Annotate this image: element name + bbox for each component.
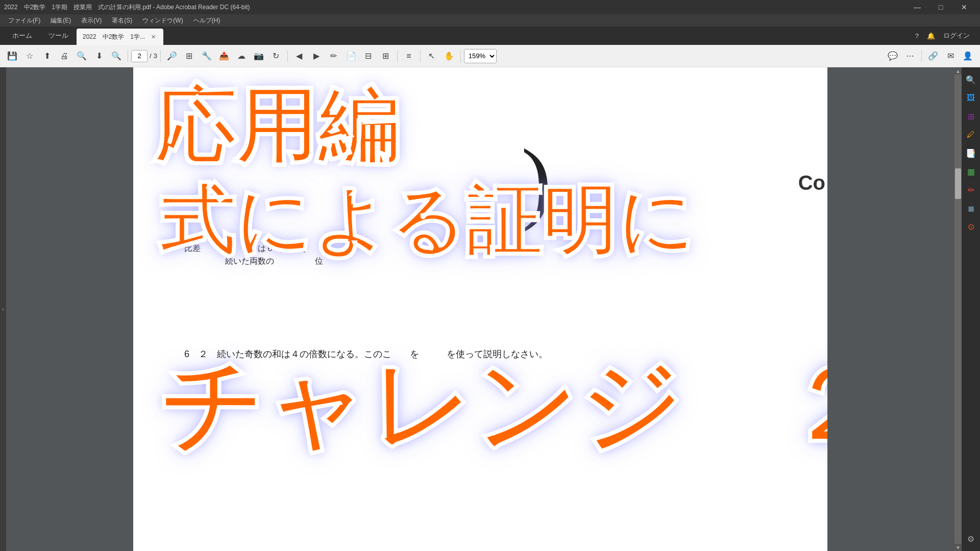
app-title: 2022 中2数学 1学期 授業用 式の計算の利用.pdf - Adobe Ac…	[4, 3, 250, 12]
pdf-page: 応用編 ) 比差 は６（ あ 続いた両数の 位 式による証明に 6 ２ 続いた奇…	[133, 67, 827, 551]
tab-spacer	[163, 27, 909, 45]
right-pen-button[interactable]: ✏	[963, 182, 979, 198]
toolbar-separator-7	[921, 50, 922, 62]
cloud-button[interactable]: ☁	[233, 48, 250, 64]
tab-document[interactable]: 2022 中2数学 1学... ✕	[77, 29, 163, 45]
zoom-selector[interactable]: 159% 100% 125% 150% 200%	[464, 49, 497, 63]
scroll-thumb[interactable]	[955, 168, 961, 199]
toolbar-separator-6	[460, 50, 461, 62]
tools-button[interactable]: 🔧	[199, 48, 215, 64]
scan-button[interactable]: 📷	[251, 48, 267, 64]
window-controls: — □ ✕	[905, 0, 976, 14]
right-grid-button[interactable]: ▦	[963, 163, 979, 180]
menu-view[interactable]: 表示(V)	[77, 15, 106, 26]
toolbar-separator-1	[128, 50, 128, 62]
co-text: Co	[796, 169, 827, 196]
upload-button[interactable]: ⬆	[39, 48, 55, 64]
notification-button[interactable]: 🔔	[927, 32, 935, 40]
scroll-track[interactable]	[954, 74, 962, 544]
title-shiki: 式による証明に	[159, 180, 694, 263]
email-button[interactable]: ✉	[942, 48, 959, 64]
menubar: ファイル(F) 編集(E) 表示(V) 署名(S) ウィンドウ(W) ヘルプ(H…	[0, 14, 980, 27]
pages-button[interactable]: 📄	[343, 48, 359, 64]
toolbar-separator-3	[287, 50, 288, 62]
page-separator: /	[150, 52, 152, 60]
pdf-viewer: 応用編 ) 比差 は６（ あ 続いた両数の 位 式による証明に 6 ２ 続いた奇…	[6, 67, 954, 551]
save-button[interactable]: 💾	[4, 48, 20, 64]
zoom-out-button[interactable]: 🔍	[74, 48, 90, 64]
right-image-button[interactable]: 🖼	[963, 90, 979, 106]
right-highlight-button[interactable]: 🖊	[963, 127, 979, 143]
tab-document-label: 2022 中2数学 1学...	[83, 33, 145, 41]
help-button[interactable]: ?	[915, 32, 919, 40]
download-button[interactable]: ⬇	[91, 48, 107, 64]
comment-button[interactable]: 💬	[885, 48, 901, 64]
right-layers-button[interactable]: ⊞	[963, 108, 979, 124]
cursor-button[interactable]: ↖	[424, 48, 440, 64]
main-area: ‹ 応用編 ) 比差 は６（ あ 続いた両数の 位 式による証明に 6 ２ 続い…	[0, 67, 980, 551]
right-stamp-button[interactable]: ⊙	[963, 218, 979, 235]
pdf-content: 応用編 ) 比差 は６（ あ 続いた両数の 位 式による証明に 6 ２ 続いた奇…	[133, 67, 827, 551]
vertical-scrollbar[interactable]: ▲ ▼	[954, 67, 962, 551]
share-button[interactable]: 📤	[216, 48, 232, 64]
menu-window[interactable]: ウィンドウ(W)	[138, 15, 187, 26]
titlebar: 2022 中2数学 1学期 授業用 式の計算の利用.pdf - Adobe Ac…	[0, 0, 980, 14]
search-toolbar-button[interactable]: 🔎	[164, 48, 180, 64]
page-number-input[interactable]	[131, 50, 148, 62]
toolbar-separator-4	[397, 50, 398, 62]
prev-page-button[interactable]: ◀	[291, 48, 307, 64]
more-button[interactable]: ⋯	[902, 48, 918, 64]
hand-button[interactable]: ✋	[441, 48, 457, 64]
page-navigation: / 3	[131, 50, 157, 62]
tab-right-controls: ? 🔔 ログイン	[909, 27, 976, 45]
right-eraser-button[interactable]: ◼	[963, 200, 979, 216]
menu-edit[interactable]: 編集(E)	[46, 15, 75, 26]
tab-tools[interactable]: ツール	[40, 27, 77, 45]
zoom-in-button[interactable]: 🔍	[108, 48, 125, 64]
edit-button[interactable]: ✏	[326, 48, 342, 64]
right-settings-button[interactable]: ⚙	[963, 531, 979, 547]
title-ouyo: 応用編	[154, 72, 399, 183]
menu-sign[interactable]: 署名(S)	[108, 15, 136, 26]
right-panel: 🔍 🖼 ⊞ 🖊 📑 ▦ ✏ ◼ ⊙ ⚙	[962, 67, 980, 551]
account-button[interactable]: 👤	[960, 48, 976, 64]
link-button[interactable]: 🔗	[925, 48, 941, 64]
bookmark-button[interactable]: ☆	[21, 48, 38, 64]
tab-home[interactable]: ホーム	[4, 27, 40, 45]
fitpage-button[interactable]: ⊞	[181, 48, 198, 64]
twopage-button[interactable]: ⊟	[360, 48, 377, 64]
toolbar: 💾 ☆ ⬆ 🖨 🔍 ⬇ 🔍 / 3 🔎 ⊞ 🔧 📤 ☁ 📷 ↻ ◀ ▶ ✏ 📄 …	[0, 45, 980, 67]
page-total: 3	[154, 52, 157, 60]
right-zoom-button[interactable]: 🔍	[963, 71, 979, 88]
title-challenge: チャレンジ ２	[159, 338, 827, 475]
menu-btn[interactable]: ≡	[401, 48, 417, 64]
close-button[interactable]: ✕	[952, 0, 976, 14]
toolbar-separator-5	[420, 50, 421, 62]
menu-file[interactable]: ファイル(F)	[4, 15, 44, 26]
scroll-down-button[interactable]: ▼	[954, 544, 962, 551]
right-bookmark-button[interactable]: 📑	[963, 145, 979, 161]
next-page-button[interactable]: ▶	[308, 48, 325, 64]
multipage-button[interactable]: ⊞	[378, 48, 394, 64]
login-button[interactable]: ログイン	[943, 31, 970, 40]
toolbar-separator-2	[160, 50, 161, 62]
maximize-button[interactable]: □	[929, 0, 952, 14]
print-button[interactable]: 🖨	[56, 48, 72, 64]
left-panel-collapse[interactable]: ‹	[0, 67, 6, 551]
tabbar: ホーム ツール 2022 中2数学 1学... ✕ ? 🔔 ログイン	[0, 27, 980, 45]
scroll-up-button[interactable]: ▲	[954, 67, 962, 74]
tab-close-button[interactable]: ✕	[149, 33, 157, 41]
minimize-button[interactable]: —	[905, 0, 929, 14]
menu-help[interactable]: ヘルプ(H)	[189, 15, 225, 26]
rotate-button[interactable]: ↻	[268, 48, 284, 64]
